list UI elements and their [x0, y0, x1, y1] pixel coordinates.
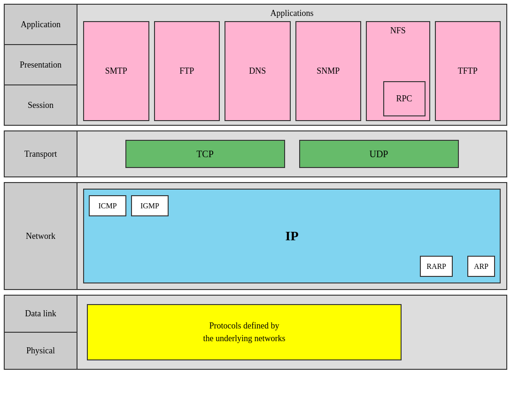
protocols-text: Protocols defined bythe underlying netwo…	[203, 320, 286, 345]
ip-box: ICMP IGMP IP RARP ARP	[83, 189, 501, 283]
app-presentation-session-group: Application Presentation Session Applica…	[4, 4, 507, 126]
datalink-label: Data link	[5, 296, 77, 333]
left-labels-app-group: Application Presentation Session	[5, 5, 77, 125]
app-boxes-row: SMTP FTP DNS SNMP NFS RPC TFTP	[83, 21, 501, 121]
network-content: ICMP IGMP IP RARP ARP	[77, 183, 506, 289]
physical-label: Physical	[5, 333, 77, 369]
udp-box: UDP	[299, 140, 459, 168]
application-content: Applications SMTP FTP DNS SNMP NFS RPC T…	[77, 5, 506, 125]
dns-box: DNS	[225, 21, 291, 121]
nfs-rpc-group: NFS RPC	[366, 21, 430, 121]
ip-label: IP	[286, 229, 299, 244]
smtp-box: SMTP	[83, 21, 149, 121]
igmp-box: IGMP	[131, 195, 169, 216]
rarp-box: RARP	[420, 256, 453, 277]
ftp-box: FTP	[154, 21, 220, 121]
transport-label: Transport	[5, 131, 77, 176]
network-layer: Network ICMP IGMP IP RARP ARP	[4, 182, 507, 290]
tcp-box: TCP	[125, 140, 285, 168]
transport-content: TCP UDP	[77, 131, 506, 176]
protocols-box: Protocols defined bythe underlying netwo…	[87, 304, 402, 360]
datalink-physical-group: Data link Physical Protocols defined byt…	[4, 295, 507, 370]
tftp-box: TFTP	[435, 21, 501, 121]
applications-title: Applications	[83, 8, 501, 18]
rpc-label: RPC	[396, 94, 412, 104]
transport-layer: Transport TCP UDP	[4, 130, 507, 177]
dl-phy-labels: Data link Physical	[5, 296, 77, 369]
session-label: Session	[5, 85, 77, 125]
network-label: Network	[5, 183, 77, 289]
application-label: Application	[5, 5, 77, 45]
dl-phy-content: Protocols defined bythe underlying netwo…	[77, 296, 506, 369]
nfs-label: NFS	[390, 26, 406, 36]
arp-box: ARP	[467, 256, 495, 277]
nfs-box: NFS RPC	[366, 21, 430, 121]
snmp-box: SNMP	[295, 21, 362, 121]
rpc-box: RPC	[383, 81, 426, 116]
network-diagram: Application Presentation Session Applica…	[0, 0, 511, 420]
icmp-box: ICMP	[89, 195, 126, 216]
presentation-label: Presentation	[5, 45, 77, 85]
